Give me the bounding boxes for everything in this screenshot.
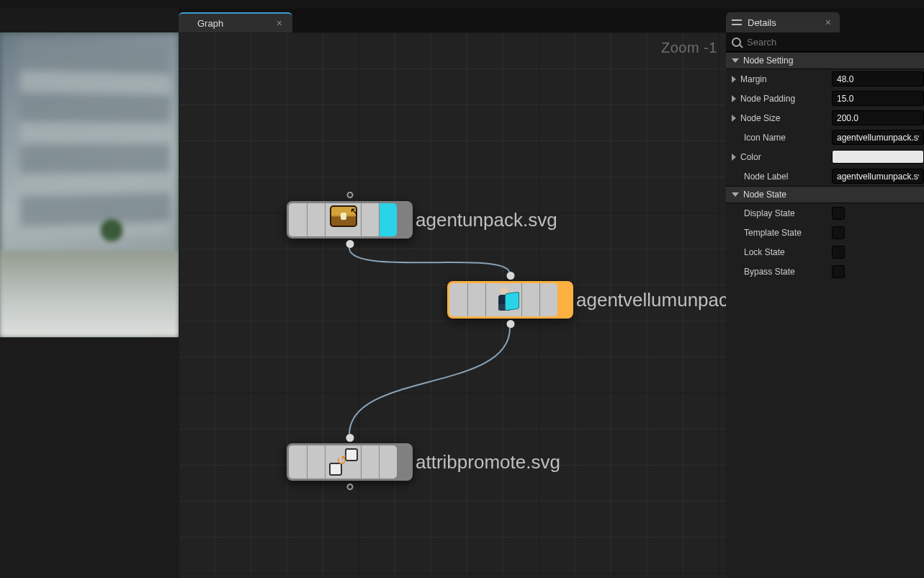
left-column bbox=[0, 9, 179, 578]
details-panel: Details × Node Setting Margin bbox=[726, 9, 924, 578]
sliders-icon bbox=[732, 18, 742, 27]
prop-template-state: Template State bbox=[726, 223, 924, 242]
prop-label: Display State bbox=[744, 208, 795, 218]
node-icon: ↺ bbox=[325, 445, 361, 479]
chevron-right-icon[interactable] bbox=[732, 76, 736, 83]
search-icon bbox=[732, 37, 741, 47]
prop-display-state: Display State bbox=[726, 203, 924, 223]
node-size-input[interactable] bbox=[832, 110, 924, 125]
prop-label: Icon Name bbox=[744, 133, 786, 143]
node-input-port[interactable] bbox=[346, 192, 353, 198]
section-title: Node Setting bbox=[743, 55, 793, 66]
prop-margin: Margin bbox=[726, 69, 924, 89]
section-title: Node State bbox=[743, 190, 786, 200]
prop-label: Template State bbox=[744, 228, 802, 238]
prop-label: Node Label bbox=[744, 172, 788, 182]
chevron-right-icon[interactable] bbox=[732, 95, 736, 102]
3d-viewport[interactable] bbox=[0, 32, 179, 337]
prop-label: Bypass State bbox=[744, 267, 795, 277]
node-output-port[interactable] bbox=[506, 320, 514, 328]
graph-canvas[interactable]: Zoom -1 ↖ bbox=[179, 32, 726, 578]
node-padding-input[interactable] bbox=[832, 91, 924, 106]
prop-label: Node Size bbox=[740, 113, 780, 123]
prop-lock-state: Lock State bbox=[726, 242, 924, 262]
chevron-down-icon bbox=[732, 58, 739, 63]
node-label-input[interactable] bbox=[832, 169, 924, 184]
chevron-down-icon bbox=[732, 192, 739, 197]
close-icon[interactable]: × bbox=[822, 17, 834, 28]
node-attribpromote[interactable]: ↺ attribpromote.svg bbox=[287, 443, 413, 481]
color-swatch[interactable] bbox=[832, 150, 924, 164]
tab-label: Details bbox=[748, 17, 776, 28]
top-bar bbox=[0, 0, 924, 9]
node-label[interactable]: agentunpack.svg bbox=[416, 209, 557, 231]
node-agentvellumunpack[interactable]: agentvellumunpack.svg bbox=[447, 281, 573, 319]
node-label[interactable]: agentvellumunpack.svg bbox=[576, 289, 726, 311]
graph-tabbar: Graph × bbox=[179, 9, 726, 32]
left-lower-panel bbox=[0, 337, 179, 578]
tab-details[interactable]: Details × bbox=[726, 12, 840, 32]
section-node-state[interactable]: Node State bbox=[726, 186, 924, 203]
details-search bbox=[726, 32, 924, 52]
node-input-port[interactable] bbox=[506, 272, 514, 280]
prop-node-padding: Node Padding bbox=[726, 89, 924, 108]
search-input[interactable] bbox=[747, 37, 918, 48]
prop-label: Lock State bbox=[744, 247, 785, 257]
prop-label: Node Padding bbox=[740, 94, 795, 104]
details-tabbar: Details × bbox=[726, 9, 924, 32]
margin-input[interactable] bbox=[832, 71, 924, 86]
prop-node-label: Node Label bbox=[726, 166, 924, 186]
display-state-checkbox[interactable] bbox=[832, 207, 845, 220]
tab-label: Graph bbox=[197, 18, 223, 29]
node-display-flag[interactable] bbox=[379, 203, 397, 236]
prop-label: Margin bbox=[740, 74, 767, 84]
lock-state-checkbox[interactable] bbox=[832, 246, 845, 259]
chevron-right-icon[interactable] bbox=[732, 154, 736, 161]
prop-node-size: Node Size bbox=[726, 108, 924, 128]
close-icon[interactable]: × bbox=[274, 17, 285, 29]
node-agentunpack[interactable]: ↖ agentunpack.svg bbox=[287, 201, 413, 239]
bypass-state-checkbox[interactable] bbox=[832, 265, 845, 278]
prop-icon-name: Icon Name bbox=[726, 128, 924, 147]
tab-graph[interactable]: Graph × bbox=[179, 12, 292, 32]
icon-name-input[interactable] bbox=[832, 130, 924, 145]
node-input-port[interactable] bbox=[346, 434, 354, 442]
node-output-port[interactable] bbox=[346, 240, 354, 248]
node-icon bbox=[485, 283, 521, 316]
template-state-checkbox[interactable] bbox=[832, 226, 845, 239]
prop-color: Color bbox=[726, 147, 924, 166]
zoom-indicator: Zoom -1 bbox=[661, 40, 717, 56]
prop-label: Color bbox=[740, 152, 761, 162]
chevron-right-icon[interactable] bbox=[732, 115, 736, 122]
node-output-port[interactable] bbox=[346, 484, 353, 490]
node-label[interactable]: attribpromote.svg bbox=[416, 451, 560, 473]
node-icon: ↖ bbox=[325, 203, 361, 236]
section-node-setting[interactable]: Node Setting bbox=[726, 52, 924, 69]
prop-bypass-state: Bypass State bbox=[726, 262, 924, 281]
graph-panel: Graph × Zoom -1 bbox=[179, 9, 726, 578]
